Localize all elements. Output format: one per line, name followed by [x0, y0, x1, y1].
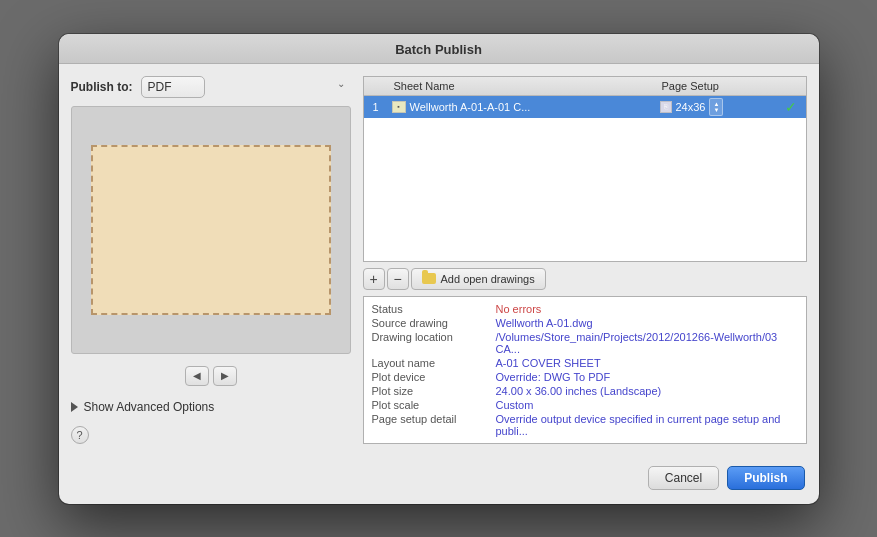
batch-publish-dialog: Batch Publish Publish to: PDF DWF Printe…	[59, 34, 819, 504]
scale-value: Custom	[496, 399, 798, 411]
publish-to-select[interactable]: PDF DWF Printer	[141, 76, 205, 98]
col-name-header: Sheet Name	[388, 80, 656, 92]
add-open-drawings-button[interactable]: Add open drawings	[411, 268, 546, 290]
layout-value: A-01 COVER SHEET	[496, 357, 798, 369]
publish-to-label: Publish to:	[71, 80, 133, 94]
col-check-header	[776, 80, 806, 92]
location-value: /Volumes/Store_main/Projects/2012/201266…	[496, 331, 798, 355]
scale-label: Plot scale	[372, 399, 492, 411]
title-bar: Batch Publish	[59, 34, 819, 64]
publish-to-select-wrapper: PDF DWF Printer	[141, 76, 351, 98]
col-setup-header: Page Setup	[656, 80, 776, 92]
row-name-text: Wellworth A-01-A-01 C...	[410, 101, 531, 113]
info-size-row: Plot size 24.00 x 36.00 inches (Landscap…	[372, 385, 798, 397]
remove-sheet-button[interactable]: −	[387, 268, 409, 290]
dialog-footer: Cancel Publish	[59, 456, 819, 504]
info-source-row: Source drawing Wellworth A-01.dwg	[372, 317, 798, 329]
advanced-triangle-icon	[71, 402, 78, 412]
info-detail-row: Page setup detail Override output device…	[372, 413, 798, 437]
info-status-row: Status No errors	[372, 303, 798, 315]
paper-preview	[91, 145, 331, 315]
col-num-header	[364, 80, 388, 92]
info-location-row: Drawing location /Volumes/Store_main/Pro…	[372, 331, 798, 355]
status-value: No errors	[496, 303, 798, 315]
add-open-drawings-label: Add open drawings	[441, 273, 535, 285]
folder-icon	[422, 273, 436, 284]
help-button[interactable]: ?	[71, 426, 89, 444]
row-check[interactable]: ✓	[776, 99, 806, 115]
info-scale-row: Plot scale Custom	[372, 399, 798, 411]
device-label: Plot device	[372, 371, 492, 383]
add-sheet-button[interactable]: +	[363, 268, 385, 290]
prev-button[interactable]: ◀	[185, 366, 209, 386]
sheet-table-header: Sheet Name Page Setup	[364, 77, 806, 96]
device-value: Override: DWG To PDF	[496, 371, 798, 383]
table-toolbar: + − Add open drawings	[363, 268, 807, 290]
nav-buttons: ◀ ▶	[71, 366, 351, 386]
show-advanced-label: Show Advanced Options	[84, 400, 215, 414]
table-row[interactable]: 1 ▪ Wellworth A-01-A-01 C... ⎘ 24x36 ▲ ▼…	[364, 96, 806, 118]
detail-label: Page setup detail	[372, 413, 492, 437]
dialog-title: Batch Publish	[395, 42, 482, 57]
status-label: Status	[372, 303, 492, 315]
source-label: Source drawing	[372, 317, 492, 329]
cancel-button[interactable]: Cancel	[648, 466, 719, 490]
sheet-table: Sheet Name Page Setup 1 ▪ Wellworth A-01…	[363, 76, 807, 262]
row-name: ▪ Wellworth A-01-A-01 C...	[388, 101, 656, 113]
row-num: 1	[364, 101, 388, 113]
right-panel: Sheet Name Page Setup 1 ▪ Wellworth A-01…	[363, 76, 807, 444]
row-setup: ⎘ 24x36 ▲ ▼	[656, 98, 776, 116]
location-label: Drawing location	[372, 331, 492, 355]
detail-value: Override output device specified in curr…	[496, 413, 798, 437]
left-bottom: Show Advanced Options ?	[71, 394, 351, 444]
show-advanced-options[interactable]: Show Advanced Options	[71, 400, 351, 414]
preview-area	[71, 106, 351, 354]
page-setup-icon: ⎘	[660, 101, 672, 113]
publish-to-row: Publish to: PDF DWF Printer	[71, 76, 351, 98]
source-value: Wellworth A-01.dwg	[496, 317, 798, 329]
row-setup-text: 24x36	[676, 101, 706, 113]
info-panel: Status No errors Source drawing Wellwort…	[363, 296, 807, 444]
left-panel: Publish to: PDF DWF Printer ◀ ▶	[71, 76, 351, 444]
layout-label: Layout name	[372, 357, 492, 369]
dialog-body: Publish to: PDF DWF Printer ◀ ▶	[59, 64, 819, 456]
next-button[interactable]: ▶	[213, 366, 237, 386]
info-device-row: Plot device Override: DWG To PDF	[372, 371, 798, 383]
stepper-control[interactable]: ▲ ▼	[709, 98, 723, 116]
size-label: Plot size	[372, 385, 492, 397]
size-value: 24.00 x 36.00 inches (Landscape)	[496, 385, 798, 397]
sheet-file-icon: ▪	[392, 101, 406, 113]
help-label: ?	[76, 429, 82, 441]
info-layout-row: Layout name A-01 COVER SHEET	[372, 357, 798, 369]
publish-button[interactable]: Publish	[727, 466, 804, 490]
